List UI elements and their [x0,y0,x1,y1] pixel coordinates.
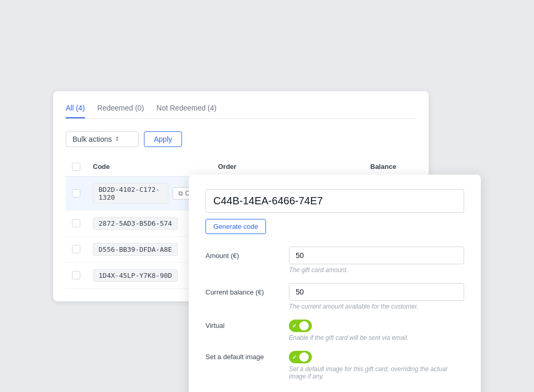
row-checkbox[interactable] [72,271,80,279]
col-header-order: Order [212,157,364,177]
virtual-hint: Enable if the gift card will be sent via… [289,334,464,341]
select-all-checkbox[interactable] [72,163,80,171]
amount-field: Amount (€) The gift card amount. [205,247,464,274]
virtual-toggle-content: ✓ Enable if the gift card will be sent v… [289,320,464,341]
default-image-label: Set a default image [205,351,278,361]
default-image-toggle-content: ✓ Set a default image for this gift card… [289,351,464,380]
code-value: 1D4X-45LP-Y7K8-90D [93,269,178,282]
col-header-balance: Balance [364,157,416,177]
balance-input[interactable] [289,283,464,301]
amount-field-content: The gift card amount. [289,247,464,274]
amount-hint: The gift card amount. [289,266,464,274]
generate-code-button[interactable]: Generate code [205,219,266,234]
bulk-actions-label: Bulk actions [72,135,112,143]
virtual-toggle[interactable]: ✓ [289,320,312,332]
current-balance-field: Current balance (€) The current amount a… [205,283,464,310]
amount-label: Amount (€) [205,247,278,260]
apply-button[interactable]: Apply [144,131,182,147]
detail-card: Generate code Amount (€) The gift card a… [189,175,481,393]
col-header-code: Code [87,157,212,177]
row-checkbox[interactable] [72,189,80,198]
bulk-actions-dropdown[interactable]: Bulk actions ⇕ [66,131,139,147]
tab-redeemed[interactable]: Redeemed (0) [98,104,144,118]
code-value: 2872-5AD3-B5D6-574 [93,217,178,230]
balance-label: Current balance (€) [205,283,278,296]
check-icon: ✓ [292,322,297,329]
balance-field-content: The current amount available for the cus… [289,283,464,310]
tabs: All (4) Redeemed (0) Not Redeemed (4) [66,104,416,119]
default-image-toggle[interactable]: ✓ [289,351,312,363]
row-checkbox[interactable] [72,245,80,253]
code-value: BD2D-4102-C172-1320 [93,183,168,204]
chevron-up-down-icon: ⇕ [115,136,119,142]
balance-hint: The current amount available for the cus… [289,303,464,310]
tab-not-redeemed[interactable]: Not Redeemed (4) [156,104,216,118]
tab-all[interactable]: All (4) [66,104,85,118]
default-image-hint: Set a default image for this gift card, … [289,365,464,380]
row-checkbox[interactable] [72,219,80,227]
default-image-field: Set a default image ✓ Set a default imag… [205,351,464,380]
code-input[interactable] [205,189,464,213]
copy-icon: ⧉ [178,190,183,197]
virtual-field: Virtual ✓ Enable if the gift card will b… [205,320,464,341]
check-icon: ✓ [292,353,297,360]
amount-input[interactable] [289,247,464,264]
code-value: D556-BB39-DFDA-A8E [93,243,178,256]
virtual-label: Virtual [205,320,278,329]
toolbar: Bulk actions ⇕ Apply [66,131,416,147]
